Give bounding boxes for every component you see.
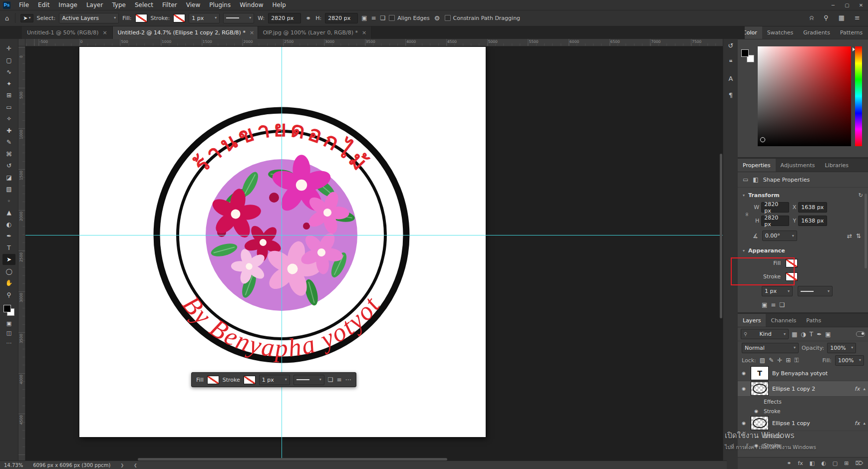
layer-fill-dropdown[interactable]: 100% ▾ bbox=[835, 355, 864, 366]
move-tool[interactable]: ✛ bbox=[2, 43, 15, 54]
home-icon[interactable]: ⌂ bbox=[4, 14, 10, 22]
toolbar-mode-icon[interactable]: ▣ bbox=[2, 319, 15, 328]
ellipse-tool[interactable]: ◯ bbox=[2, 266, 15, 277]
document-tab[interactable]: Untitled-1 @ 50% (RGB/8)× bbox=[22, 26, 113, 39]
panel-strip-icon[interactable]: ❝ bbox=[729, 58, 733, 66]
more-options-icon[interactable]: ⋯ bbox=[345, 376, 351, 383]
transform-section-header[interactable]: ▾ Transform ↻ bbox=[738, 188, 868, 201]
fill-swatch[interactable] bbox=[135, 14, 147, 22]
layers-action-icon[interactable]: ◧ bbox=[810, 460, 815, 467]
color-field-marker[interactable] bbox=[760, 137, 765, 142]
lock-icon[interactable]: ⊞ bbox=[786, 357, 791, 364]
canvas-viewport[interactable]: ร้านขายดอกไม้ By Benyapha yotyot Fill St… bbox=[25, 46, 723, 461]
stroke-style-dropdown[interactable]: ▾ bbox=[223, 13, 254, 23]
panel-tab-libraries[interactable]: Libraries bbox=[820, 159, 854, 172]
path-selection-tool[interactable]: ➤ bbox=[2, 254, 15, 265]
sharpen-tool[interactable]: ▲ bbox=[2, 207, 15, 218]
panel-strip-icon[interactable]: A bbox=[729, 75, 733, 82]
effects-header-row[interactable]: Effects bbox=[738, 397, 868, 406]
layers-action-icon[interactable]: ⌦ bbox=[855, 460, 863, 467]
effect-row[interactable]: ◉Stroke bbox=[738, 441, 868, 450]
layers-action-icon[interactable]: ⊞ bbox=[844, 460, 849, 467]
panel-tab-channels[interactable]: Channels bbox=[766, 314, 801, 327]
panel-strip-icon[interactable]: ¶ bbox=[729, 91, 733, 99]
hamburger-menu-icon[interactable]: ≡ bbox=[854, 14, 861, 22]
foreground-background-chips[interactable] bbox=[3, 305, 14, 316]
panel-tab-swatches[interactable]: Swatches bbox=[762, 26, 799, 39]
dodge-tool[interactable]: ◐ bbox=[2, 219, 15, 230]
layer-row[interactable]: ◉TBy Benyapha yotyot bbox=[738, 366, 868, 381]
clone-stamp-tool[interactable]: ⌘ bbox=[2, 149, 15, 160]
document-tab[interactable]: Untitled-2 @ 14.7% (Ellipse 1 copy 2, RG… bbox=[113, 26, 258, 39]
layer-name[interactable]: Ellipse 1 copy bbox=[772, 420, 810, 427]
tab-close-icon[interactable]: × bbox=[250, 29, 254, 36]
pen-tool[interactable]: ✒ bbox=[2, 231, 15, 241]
filter-toggle-switch[interactable] bbox=[856, 331, 865, 337]
appearance-stroke-width-dropdown[interactable]: 1 px ▾ bbox=[762, 286, 793, 296]
properties-scrollbar[interactable] bbox=[865, 194, 867, 268]
vertical-guide[interactable] bbox=[282, 47, 282, 459]
layer-thumbnail[interactable] bbox=[751, 416, 769, 430]
layer-row[interactable]: ◉Ellipse 1 copy 2fx▴ bbox=[738, 381, 868, 397]
float-fill-swatch[interactable] bbox=[207, 376, 219, 384]
layers-action-icon[interactable]: ▢ bbox=[833, 460, 838, 467]
mask-icon[interactable]: ◧ bbox=[753, 176, 758, 183]
visibility-eye-icon[interactable]: ◉ bbox=[753, 409, 760, 414]
close-icon[interactable]: ✕ bbox=[854, 2, 868, 8]
minimize-icon[interactable]: ─ bbox=[826, 2, 840, 8]
layer-fx-badge[interactable]: fx bbox=[855, 386, 860, 392]
layer-filter-icon[interactable]: ▦ bbox=[792, 331, 797, 338]
path-operation-icon[interactable]: ≡ bbox=[371, 14, 376, 21]
appearance-fill-swatch[interactable] bbox=[786, 259, 798, 267]
layer-thumbnail[interactable] bbox=[751, 382, 769, 396]
menu-plugins[interactable]: Plugins bbox=[205, 1, 235, 8]
appearance-section-header[interactable]: ▾ Appearance bbox=[738, 243, 868, 256]
flip-horizontal-icon[interactable]: ⇄ bbox=[847, 233, 852, 239]
lock-icon[interactable]: ▨ bbox=[760, 357, 765, 364]
menu-type[interactable]: Type bbox=[107, 1, 130, 8]
select-mode-dropdown[interactable]: Active Layers ▾ bbox=[59, 13, 119, 23]
menu-window[interactable]: Window bbox=[235, 1, 268, 8]
status-next-icon[interactable]: ❯ bbox=[120, 463, 124, 468]
opacity-dropdown[interactable]: 100% ▾ bbox=[827, 343, 856, 353]
shape-icon[interactable]: ▭ bbox=[743, 176, 748, 183]
maximize-icon[interactable]: ▢ bbox=[840, 2, 854, 8]
flip-vertical-icon[interactable]: ⇅ bbox=[856, 233, 861, 239]
lock-icon[interactable]: ⚿ bbox=[794, 357, 799, 364]
stroke-option-button[interactable]: ▣ bbox=[762, 301, 767, 308]
layer-fx-badge[interactable]: fx bbox=[855, 420, 860, 427]
effects-header-row[interactable]: Effects bbox=[738, 431, 868, 441]
sliders-icon[interactable]: ≡ bbox=[337, 376, 342, 383]
path-operation-icon[interactable]: ❏ bbox=[380, 14, 386, 21]
appearance-stroke-swatch[interactable] bbox=[786, 272, 798, 281]
layers-action-icon[interactable]: ◐ bbox=[821, 460, 826, 467]
workspace-icon[interactable]: ▦ bbox=[838, 14, 846, 22]
reset-transform-icon[interactable]: ↻ bbox=[859, 192, 863, 199]
foreground-background-swatches[interactable] bbox=[741, 49, 754, 62]
lock-icon[interactable]: ✛ bbox=[777, 357, 782, 364]
menu-file[interactable]: File bbox=[14, 1, 33, 8]
layers-action-icon[interactable]: fx bbox=[798, 460, 803, 467]
link-dimensions-icon[interactable]: ⚭ bbox=[304, 14, 312, 22]
healing-brush-tool[interactable]: ✚ bbox=[2, 125, 15, 136]
panel-tab-layers[interactable]: Layers bbox=[738, 314, 766, 327]
ruler-origin-corner[interactable] bbox=[18, 39, 25, 46]
width-input[interactable]: 2820 px bbox=[268, 13, 301, 23]
history-brush-tool[interactable]: ↺ bbox=[2, 160, 15, 171]
hand-tool[interactable]: ✋ bbox=[2, 277, 15, 288]
status-prev-icon[interactable]: ❮ bbox=[134, 463, 137, 468]
tab-close-icon[interactable]: × bbox=[102, 29, 107, 36]
stroke-option-button[interactable]: ❏ bbox=[779, 301, 785, 308]
appearance-stroke-style-dropdown[interactable]: ▾ bbox=[798, 286, 833, 296]
kind-filter-dropdown[interactable]: ⚲ Kind ▾ bbox=[741, 329, 789, 339]
constrain-path-dragging-checkbox[interactable]: Constrain Path Dragging bbox=[445, 15, 521, 21]
crop-tool[interactable]: ⊞ bbox=[2, 90, 15, 101]
frame-tool[interactable]: ▭ bbox=[2, 102, 15, 113]
menu-view[interactable]: View bbox=[182, 1, 205, 8]
float-stroke-swatch[interactable] bbox=[244, 376, 256, 384]
lasso-tool[interactable]: ∿ bbox=[2, 66, 15, 77]
toolbar-mode-icon[interactable]: ◫ bbox=[2, 329, 15, 338]
menu-image[interactable]: Image bbox=[54, 1, 82, 8]
panel-tab-gradients[interactable]: Gradients bbox=[798, 26, 835, 39]
visibility-eye-icon[interactable]: ◉ bbox=[740, 386, 747, 391]
